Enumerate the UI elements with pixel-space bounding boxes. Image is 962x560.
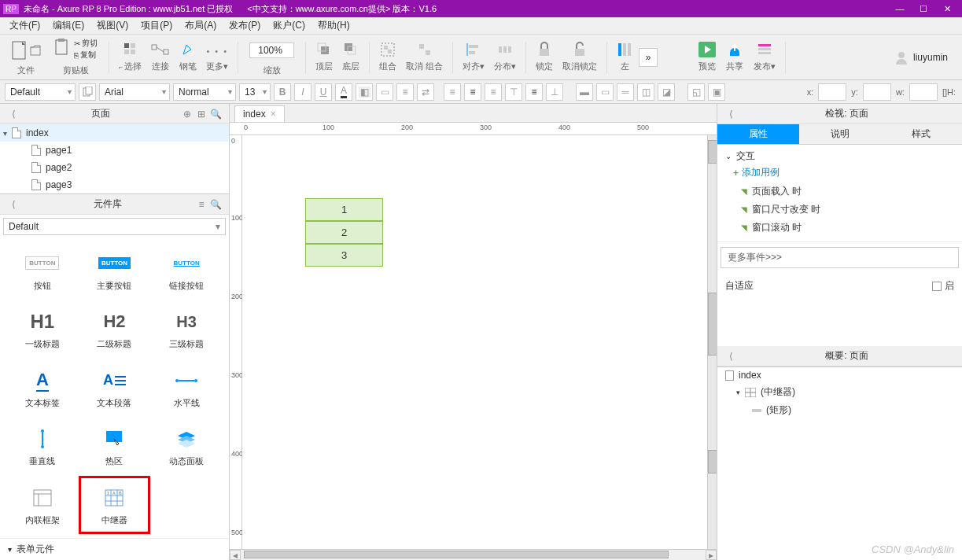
- connect-tool[interactable]: 连接: [148, 40, 173, 74]
- widget-hr[interactable]: 水平线: [150, 359, 223, 417]
- widget-h3[interactable]: H3三级标题: [150, 300, 223, 359]
- menu-edit[interactable]: 编辑(E): [46, 17, 90, 34]
- menu-file[interactable]: 文件(F): [3, 17, 46, 34]
- page-page3[interactable]: page3: [0, 176, 229, 193]
- publish-button[interactable]: 发布▾: [750, 40, 779, 74]
- share-button[interactable]: 共享: [722, 40, 747, 74]
- canvas[interactable]: 1 2 3: [242, 135, 707, 549]
- close-tab-icon[interactable]: ×: [271, 109, 276, 120]
- menu-layout[interactable]: 布局(A): [179, 17, 223, 34]
- align-bottom-text[interactable]: ⊥: [546, 83, 563, 101]
- event-scroll[interactable]: ◥窗口滚动 时: [725, 219, 954, 237]
- repeater-cell-3[interactable]: 3: [305, 244, 383, 267]
- lib-menu-icon[interactable]: ≡: [194, 199, 208, 210]
- scrollbar-vertical[interactable]: [707, 135, 717, 549]
- underline-button[interactable]: U: [315, 83, 332, 101]
- send-back[interactable]: 底层: [339, 40, 363, 74]
- widget-text-label[interactable]: A文本标签: [6, 359, 79, 417]
- w-input[interactable]: [909, 83, 938, 101]
- widget-link-button[interactable]: BUTTON链接按钮: [150, 241, 223, 300]
- lock-button[interactable]: 锁定: [533, 40, 556, 74]
- menu-account[interactable]: 账户(C): [267, 17, 311, 34]
- line-style-button[interactable]: ≡: [396, 83, 414, 101]
- canvas-tab-index[interactable]: index×: [234, 105, 285, 122]
- align-left[interactable]: 左: [614, 40, 636, 74]
- add-folder-icon[interactable]: ⊞: [194, 109, 208, 120]
- toolbar-overflow[interactable]: »: [639, 48, 658, 67]
- more-tools[interactable]: • • •更多▾: [203, 40, 231, 74]
- more-events[interactable]: 更多事件>>>: [721, 247, 959, 268]
- widget-vr[interactable]: 垂直线: [6, 418, 79, 476]
- form-widgets-accordion[interactable]: ▾表单元件: [0, 538, 229, 560]
- repeater-cell-2[interactable]: 2: [305, 221, 383, 244]
- widget-paragraph[interactable]: A文本段落: [79, 359, 151, 417]
- search-icon[interactable]: 🔍: [208, 109, 223, 120]
- window-close[interactable]: ✕: [935, 4, 959, 14]
- widget-dynamic-panel[interactable]: 动态面板: [150, 418, 223, 476]
- unlock-button[interactable]: 取消锁定: [559, 40, 600, 74]
- shadow-outer-button[interactable]: ◫: [637, 83, 654, 101]
- style-copy-icon[interactable]: [79, 83, 96, 101]
- bring-front[interactable]: 顶层: [312, 40, 336, 74]
- shadow-inner-button[interactable]: ◪: [658, 83, 675, 101]
- padding-button[interactable]: ▣: [708, 83, 725, 101]
- lib-select[interactable]: Default: [3, 218, 226, 235]
- align-left-text[interactable]: ≡: [444, 83, 461, 101]
- x-input[interactable]: [818, 83, 846, 101]
- window-minimize[interactable]: —: [888, 4, 912, 13]
- page-index[interactable]: ▾index: [0, 124, 229, 142]
- zoom-select[interactable]: 100%: [249, 42, 294, 58]
- style-select[interactable]: Default: [5, 83, 76, 101]
- outline-repeater[interactable]: ▾(中继器): [717, 383, 962, 401]
- add-page-icon[interactable]: ⊕: [180, 109, 194, 120]
- widget-hotspot[interactable]: 热区: [79, 418, 151, 476]
- collapse-icon[interactable]: ⟨: [6, 109, 20, 120]
- text-color-button[interactable]: A: [335, 83, 352, 101]
- widget-iframe[interactable]: 内联框架: [6, 476, 79, 534]
- user-menu[interactable]: liuyumin: [886, 50, 956, 64]
- font-select[interactable]: Arial: [99, 83, 170, 101]
- group-button[interactable]: 组合: [376, 40, 400, 74]
- page-page2[interactable]: page2: [0, 159, 229, 176]
- border-button[interactable]: ▭: [596, 83, 614, 101]
- tab-notes[interactable]: 说明: [799, 124, 881, 144]
- align-right-text[interactable]: ≡: [485, 83, 502, 101]
- widget-h1[interactable]: H1一级标题: [6, 300, 79, 359]
- align-middle-text[interactable]: ≡: [525, 83, 543, 101]
- fill-button[interactable]: ▬: [576, 83, 593, 101]
- pen-tool[interactable]: 钢笔: [176, 40, 200, 74]
- menu-help[interactable]: 帮助(H): [311, 17, 356, 34]
- bg-color-button[interactable]: ◧: [356, 83, 373, 101]
- search-icon[interactable]: 🔍: [208, 199, 223, 210]
- event-resize[interactable]: ◥窗口尺寸改变 时: [725, 201, 954, 219]
- collapse-icon[interactable]: ⟨: [724, 109, 738, 120]
- adaptive-checkbox[interactable]: [932, 282, 942, 291]
- corner-button[interactable]: ◱: [687, 83, 705, 101]
- italic-button[interactable]: I: [294, 83, 311, 101]
- tab-properties[interactable]: 属性: [717, 124, 799, 144]
- event-page-load[interactable]: ◥页面载入 时: [725, 182, 954, 201]
- widget-primary-button[interactable]: BUTTON主要按钮: [79, 241, 151, 300]
- scroll-left-icon[interactable]: ◂: [230, 550, 241, 560]
- widget-repeater[interactable]: 1AB中继器: [79, 476, 151, 534]
- outline-index[interactable]: index: [717, 367, 962, 383]
- menu-view[interactable]: 视图(V): [90, 17, 135, 34]
- add-case-link[interactable]: +添加用例: [725, 163, 954, 182]
- align-center-text[interactable]: ≡: [464, 83, 481, 101]
- preview-button[interactable]: 预览: [695, 40, 719, 74]
- scroll-right-icon[interactable]: ▸: [706, 550, 717, 560]
- file-group[interactable]: 文件: [6, 36, 46, 78]
- interaction-section[interactable]: ⌄交互: [725, 149, 954, 163]
- align-button[interactable]: 对齐▾: [459, 40, 488, 74]
- widget-button[interactable]: BUTTON按钮: [6, 241, 79, 300]
- tab-style[interactable]: 样式: [880, 124, 962, 144]
- widget-h2[interactable]: H2二级标题: [79, 300, 151, 359]
- select-tool[interactable]: ⌐选择: [116, 40, 145, 74]
- y-input[interactable]: [863, 83, 891, 101]
- outline-rect[interactable]: (矩形): [717, 401, 962, 419]
- distribute-button[interactable]: 分布▾: [491, 40, 519, 74]
- collapse-icon[interactable]: ⟨: [6, 199, 20, 210]
- scrollbar-horizontal[interactable]: ◂ ▸: [230, 549, 717, 560]
- zoom-group[interactable]: 100% 缩放: [245, 36, 299, 78]
- menu-project[interactable]: 项目(P): [135, 17, 179, 34]
